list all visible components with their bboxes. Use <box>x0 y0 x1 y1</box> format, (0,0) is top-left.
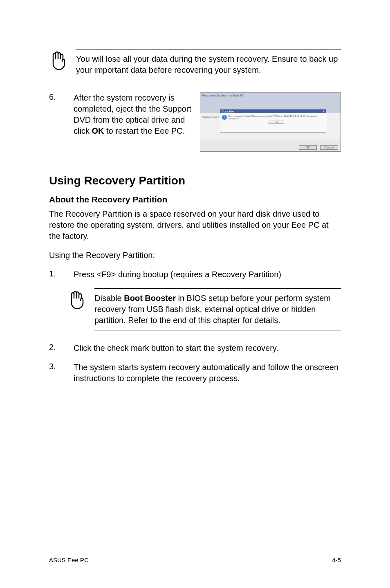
note-box-1: You will lose all your data during the s… <box>49 49 341 80</box>
step6-text-b: to restart the Eee PC. <box>104 126 185 135</box>
ss-dialog-msg: Recovering finished. Please remove the D… <box>229 115 324 120</box>
step-3: 3. The system starts system recovery aut… <box>49 362 341 384</box>
section-title: Using Recovery Partition <box>49 174 341 187</box>
step-6-row: 6. After the system recovery is complete… <box>49 92 341 152</box>
step-1-text: Press <F9> during bootup (requires a Rec… <box>74 269 341 280</box>
hand-stop-icon <box>49 49 68 72</box>
step-6-text: After the system recovery is completed, … <box>74 92 194 152</box>
footer-right: 4-5 <box>332 557 341 563</box>
step-1-number: 1. <box>49 269 61 280</box>
step6-bold: OK <box>92 126 104 135</box>
info-icon: i <box>222 115 227 120</box>
step-3-text: The system starts system recovery automa… <box>74 362 341 384</box>
step-6-number: 6. <box>49 92 61 152</box>
step-2: 2. Click the check mark button to start … <box>49 343 341 354</box>
step-1: 1. Press <F9> during bootup (requires a … <box>49 269 341 280</box>
footer-left: ASUS Eee PC <box>49 557 89 563</box>
section-para2: Using the Recovery Partition: <box>49 250 341 261</box>
step-3-number: 3. <box>49 362 61 384</box>
ss-bottom-buttons: OK Cancel <box>299 145 338 150</box>
recovery-complete-screenshot: Recovery System for Eee PC Restore syste… <box>200 92 341 152</box>
step-6-left: 6. After the system recovery is complete… <box>49 92 194 152</box>
ss-ok-button: OK <box>299 145 317 150</box>
step-2-number: 2. <box>49 343 61 354</box>
note2-bold: Boot Booster <box>124 294 176 303</box>
ss-dialog-title: Complete <box>222 110 234 113</box>
ss-dialog-body: i Recovering finished. Please remove the… <box>220 113 326 126</box>
ss-dialog-ok-button: OK <box>269 121 284 124</box>
section-subtitle: About the Recovery Partition <box>49 195 341 204</box>
close-icon: X <box>323 110 325 113</box>
page-footer: ASUS Eee PC 4-5 <box>49 553 341 563</box>
section-para1: The Recovery Partition is a space reserv… <box>49 209 341 242</box>
note-text-2: Disable Boot Booster in BIOS setup befor… <box>94 288 341 330</box>
ss-window-title: Recovery System for Eee PC <box>202 94 244 97</box>
step-2-text: Click the check mark button to start the… <box>74 343 341 354</box>
ss-dialog-titlebar: Complete X <box>220 110 326 113</box>
ss-cancel-button: Cancel <box>320 145 338 150</box>
note-box-2: Disable Boot Booster in BIOS setup befor… <box>67 288 341 330</box>
ss-dialog: Complete X i Recovering finished. Please… <box>220 109 326 133</box>
ss-dialog-body-text: Recovering finished. Please remove the D… <box>229 115 324 124</box>
note2-text-a: Disable <box>94 294 124 303</box>
hand-stop-icon <box>67 288 86 311</box>
note1-text: You will lose all your data during the s… <box>76 54 338 74</box>
note-text-1: You will lose all your data during the s… <box>76 49 341 80</box>
